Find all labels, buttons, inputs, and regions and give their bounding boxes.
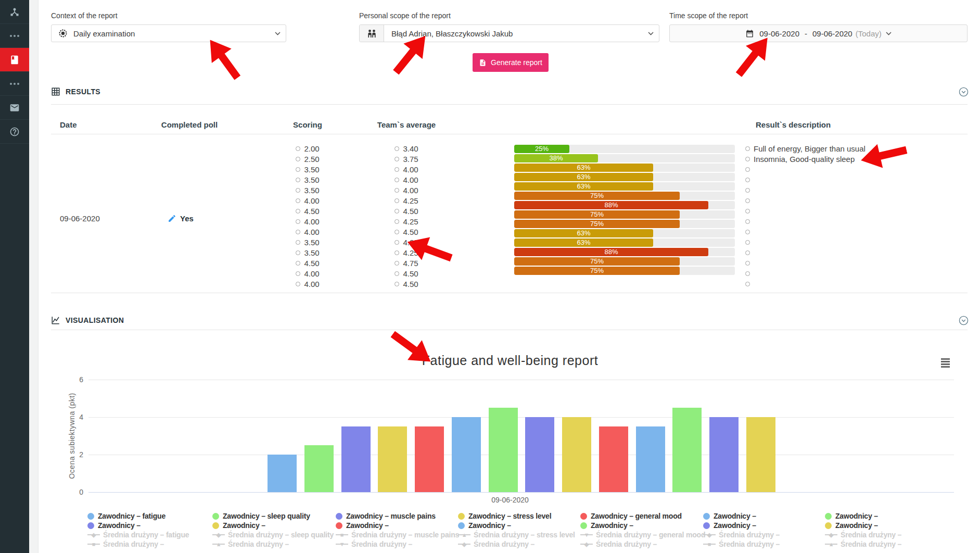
completed-poll-cell[interactable]: Yes [168,144,194,293]
legend-item[interactable]: ▲Średnia drużyny – [212,539,334,549]
result-description [745,258,974,269]
legend-dot-marker [825,522,832,529]
result-bar-track: 88% [514,201,735,209]
result-bar-fill: 75% [514,210,680,219]
team-average-value: 4.50 [359,279,454,290]
generate-report-button[interactable]: Generate report [473,53,549,72]
legend-item[interactable]: Zawodnicy – [703,511,780,521]
scoring-value: 3.50 [260,248,355,258]
legend-label: Zawodnicy – [591,521,633,530]
legend-dot-marker [336,522,342,529]
chart-bar [562,417,591,492]
legend-item[interactable]: Zawodnicy – [87,521,189,530]
result-bar-fill: 63% [514,229,653,237]
legend-item[interactable]: ◆Średnia drużyny – [580,539,705,549]
legend-label: Zawodnicy – [223,521,265,530]
scoring-value: 4.00 [260,227,355,237]
legend-dot-marker [703,522,710,529]
chart-gridline [88,380,954,380]
legend-item[interactable]: Zawodnicy – fatigue [87,511,189,521]
legend-dot-marker [212,522,219,529]
result-bar-fill: 75% [514,257,680,266]
scoring-value: 3.50 [260,185,355,196]
legend-label: Średnia drużyny – sleep quality [228,530,334,539]
chart-bar [672,408,702,492]
legend-label: Średnia drużyny – [103,539,164,549]
legend-item[interactable]: Zawodnicy – [825,511,901,521]
chart-y-tick: 4 [68,413,83,421]
legend-item[interactable]: ■Średnia drużyny – muscle pains [336,530,459,539]
chart-y-axis-label: Ocena subiektywna (pkt) [68,393,76,479]
legend-item[interactable]: Zawodnicy – general mood [580,511,705,521]
time-range-picker[interactable]: 09-06-2020 - 09-06-2020 (Today) [669,24,968,42]
people-icon [360,25,384,42]
legend-item[interactable]: ▲Średnia drużyny – [825,539,901,549]
generate-report-label: Generate report [491,58,542,67]
legend-dot-marker [825,513,832,520]
chart-bar [709,417,739,492]
legend-item[interactable]: Zawodnicy – [580,521,705,530]
team-average-value: 3.40 [359,144,454,154]
result-bar-track: 75% [514,210,735,219]
results-collapse-button[interactable] [959,87,969,99]
legend-label: Zawodnicy – [98,521,141,530]
legend-item[interactable]: ◆Średnia drużyny – sleep quality [212,530,334,539]
legend-line-marker: ■ [703,544,716,545]
legend-item[interactable]: ▲Średnia drużyny – stress level [458,530,575,539]
legend-item[interactable]: Zawodnicy – muscle pains [336,511,459,521]
legend-item[interactable]: Zawodnicy – [703,521,780,530]
chart-gridline [88,417,954,418]
chevron-down-icon [275,32,281,35]
result-bar-fill: 75% [514,220,680,228]
legend-column: Zawodnicy – stress levelZawodnicy –▲Śred… [458,511,575,549]
legend-item[interactable]: Zawodnicy – [212,521,334,530]
legend-label: Zawodnicy – [835,521,878,530]
legend-item[interactable]: Zawodnicy – [825,521,901,530]
team-average-value: 4.00 [359,165,454,175]
team-average-value: 4.25 [359,196,454,206]
legend-item[interactable]: ▼Średnia drużyny – general mood [580,530,705,539]
legend-item[interactable]: Zawodnicy – sleep quality [212,511,334,521]
sidebar-item-help[interactable] [0,120,29,144]
legend-label: Średnia drużyny – fatigue [103,530,189,539]
legend-label: Średnia drużyny – [841,530,901,539]
scoring-value: 4.00 [260,196,355,206]
chart-menu-icon[interactable] [941,358,950,369]
sidebar-item-more-top[interactable] [0,24,29,48]
legend-item[interactable]: Zawodnicy – [336,521,459,530]
result-description [745,196,974,206]
legend-item[interactable]: ◆Średnia drużyny – [825,530,901,539]
result-bar-fill: 75% [514,192,680,200]
scoring-value: 4.00 [260,279,355,290]
scoring-value: 4.50 [260,206,355,217]
completed-poll-value: Yes [180,214,194,223]
sidebar-item-hierarchy[interactable] [0,0,29,24]
result-bar-fill: 63% [514,164,653,172]
legend-line-marker: ▼ [580,534,593,535]
scoring-value: 2.00 [260,144,355,154]
legend-column: Zawodnicy –Zawodnicy –◆Średnia drużyny –… [703,511,780,549]
legend-label: Zawodnicy – fatigue [98,511,166,521]
legend-item[interactable]: ◆Średnia drużyny – [703,530,780,539]
legend-item[interactable]: ◆Średnia drużyny – fatigue [87,530,189,539]
sidebar-item-reports[interactable] [0,48,29,72]
legend-item[interactable]: ■Średnia drużyny – [703,539,780,549]
scoring-value: 4.00 [260,269,355,279]
context-select[interactable]: Daily examination [51,24,286,42]
legend-item[interactable]: ■Średnia drużyny – [87,539,189,549]
visualisation-collapse-button[interactable] [959,316,969,328]
legend-item[interactable]: Zawodnicy – stress level [458,511,575,521]
legend-item[interactable]: ◆Średnia drużyny – [458,539,575,549]
result-bar-track: 63% [514,229,735,237]
table-grid-icon [51,87,60,96]
legend-item[interactable]: Zawodnicy – [458,521,575,530]
sidebar-item-more-bottom[interactable] [0,72,29,96]
legend-item[interactable]: ▼Średnia drużyny – [336,539,459,549]
scoring-value: 3.50 [260,175,355,185]
sidebar-item-mail[interactable] [0,96,29,120]
result-bar-track: 75% [514,192,735,200]
legend-label: Średnia drużyny – [596,539,657,549]
result-bar-track: 63% [514,182,735,191]
legend-line-marker: ▲ [458,534,470,535]
help-icon [9,127,20,137]
